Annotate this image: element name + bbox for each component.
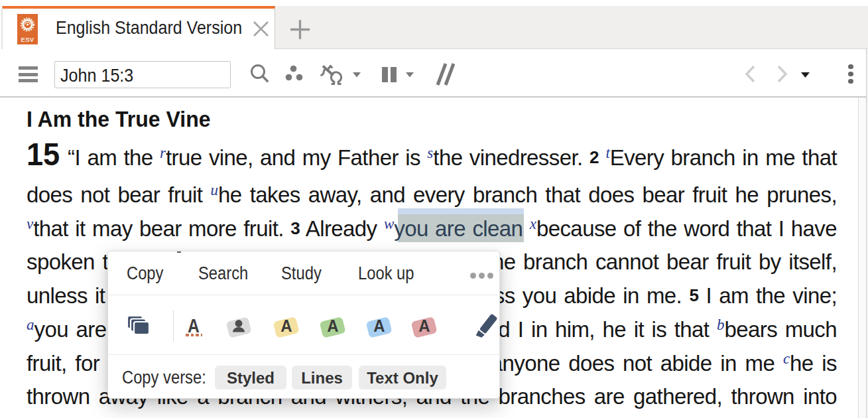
svg-text:A: A [327,316,338,335]
svg-text:A: A [280,316,292,335]
svg-text:A: A [418,316,430,335]
svg-text:A: A [373,316,385,335]
